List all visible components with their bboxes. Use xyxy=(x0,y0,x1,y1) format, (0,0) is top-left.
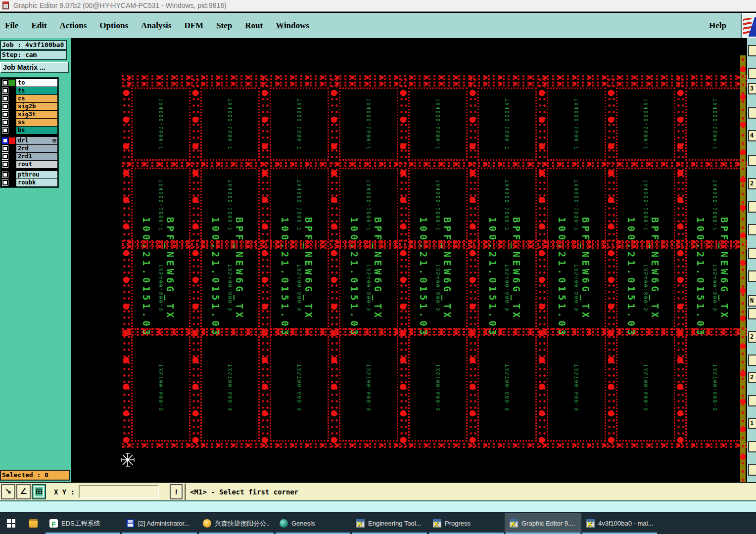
pcb-cell[interactable]: TX5400-800-9 xyxy=(547,246,606,330)
menu-analysis[interactable]: Analysis xyxy=(141,21,171,31)
pcb-cell[interactable]: TX5700-600-9 xyxy=(685,334,745,442)
layer-name-to[interactable]: to xyxy=(16,79,57,87)
pcb-cell[interactable]: TX4900-1000-7 xyxy=(408,168,468,243)
layer-checkbox-roubk[interactable] xyxy=(2,180,8,185)
right-toolbar-partial-button[interactable]: 2 xyxy=(748,372,756,383)
pcb-cell[interactable]: TX4900-1000-7 xyxy=(616,168,675,243)
pcb-cell[interactable]: TX4900-1000-7 xyxy=(200,168,260,243)
layer-name-bs[interactable]: bs xyxy=(16,127,57,134)
pcb-cell[interactable]: TX4000-1600-7 xyxy=(131,88,190,161)
pcb-cell[interactable]: TX4000-1600-7 xyxy=(270,88,329,161)
taskbar-item-xingsen[interactable]: 兴森快捷衡阳分公... xyxy=(198,513,275,534)
pcb-cell[interactable]: TX4000-1600-7 xyxy=(616,88,675,161)
pcb-cell[interactable]: TX5400-800-9 xyxy=(477,246,537,330)
right-toolbar-partial-button[interactable]: 2 xyxy=(748,331,756,343)
right-toolbar-partial-box[interactable] xyxy=(748,464,756,476)
pcb-cell[interactable]: TX4000-1600-7 xyxy=(408,88,468,161)
right-toolbar-partial-box[interactable] xyxy=(748,224,756,235)
measure-button[interactable]: ∠ xyxy=(16,484,31,499)
layer-checkbox-2rd1[interactable] xyxy=(2,154,8,159)
job-matrix-button[interactable]: Job Matrix ... xyxy=(0,62,69,73)
pcb-cell[interactable]: TX4900-1000-7 xyxy=(131,168,190,243)
pcb-cell[interactable]: TX5700-600-9 xyxy=(200,334,260,442)
layer-name-sig3t[interactable]: sig3t xyxy=(16,111,57,118)
layer-checkbox-to[interactable] xyxy=(2,80,8,86)
right-toolbar-partial-box[interactable] xyxy=(748,395,756,406)
pcb-cell[interactable]: TX5400-800-9 xyxy=(270,246,329,330)
pcb-cell[interactable]: TX5700-600-9 xyxy=(339,334,398,442)
pcb-cell[interactable]: TX5700-600-9 xyxy=(270,334,329,442)
layer-name-rout[interactable]: rout xyxy=(16,161,57,168)
pcb-cell[interactable]: TX4000-1600-7 xyxy=(200,88,260,161)
right-toolbar-partial-button[interactable]: 4 xyxy=(748,130,756,141)
right-toolbar-partial-box[interactable] xyxy=(748,355,756,366)
layer-checkbox-drl[interactable] xyxy=(2,138,8,143)
pcb-cell[interactable]: TX4900-1000-7 xyxy=(339,168,398,243)
pcb-cell[interactable]: TX4000-1600-7 xyxy=(685,88,745,161)
taskbar-item-genesis[interactable]: Genesis xyxy=(275,513,351,534)
pcb-cell[interactable]: TX4900-1000-7 xyxy=(685,168,745,243)
right-toolbar-partial-button[interactable]: N xyxy=(748,295,756,307)
right-toolbar-partial-box[interactable] xyxy=(748,68,756,79)
menu-edit[interactable]: Edit xyxy=(31,21,47,31)
layer-checkbox-ts[interactable] xyxy=(2,88,8,93)
pcb-cell[interactable]: TX4900-1000-7 xyxy=(477,168,537,243)
pcb-cell[interactable]: TX4000-1600-7 xyxy=(547,88,606,161)
layer-checkbox-bs[interactable] xyxy=(2,128,8,133)
right-toolbar-partial-button[interactable]: 3 xyxy=(748,83,756,94)
layer-name-drl[interactable]: drl⊞ xyxy=(16,137,57,144)
pcb-cell[interactable]: TX4900-1000-7 xyxy=(547,168,606,243)
tile-windows-button[interactable]: ⊞ xyxy=(32,484,46,499)
right-toolbar-partial-box[interactable] xyxy=(748,45,756,56)
taskbar-item-4v3f100ba0[interactable]: 4v3f100ba0 - mai... xyxy=(581,513,658,534)
pcb-cell[interactable]: TX5700-600-9 xyxy=(131,334,190,442)
menu-step[interactable]: Step xyxy=(216,21,232,31)
taskbar-item-graphic-editor[interactable]: Graphic Editor 9.... xyxy=(505,513,581,534)
menu-actions[interactable]: Actions xyxy=(60,21,87,31)
pcb-cell[interactable]: TX5700-600-9 xyxy=(477,334,537,442)
menu-file[interactable]: File xyxy=(5,21,18,31)
layer-checkbox-rout[interactable] xyxy=(2,162,8,167)
menu-dfm[interactable]: DFM xyxy=(184,21,203,31)
pan-zoom-button[interactable]: ↘ xyxy=(1,484,15,499)
pcb-cell[interactable]: TX5400-800-9 xyxy=(339,246,398,330)
layer-name-2rd[interactable]: 2rd xyxy=(16,145,57,152)
menu-rout[interactable]: Rout xyxy=(245,21,263,31)
menu-options[interactable]: Options xyxy=(99,21,128,31)
right-toolbar-partial-box[interactable] xyxy=(748,201,756,213)
menu-help[interactable]: Help xyxy=(709,21,726,31)
alert-button[interactable]: ! xyxy=(170,484,183,499)
pcb-cell[interactable]: TX5400-800-9 xyxy=(616,246,675,330)
start-button[interactable] xyxy=(0,513,22,534)
pcb-cell[interactable]: TX5400-800-9 xyxy=(200,246,260,330)
pcb-canvas[interactable]: TX4000-1600-7TX4900-1000-7TX5400-800-9TX… xyxy=(71,38,747,482)
right-toolbar-partial-button[interactable]: 2 xyxy=(748,178,756,189)
menu-windows[interactable]: Windows xyxy=(276,21,309,31)
layer-checkbox-cs[interactable] xyxy=(2,96,8,101)
layer-checkbox-pthrou[interactable] xyxy=(2,172,8,178)
right-toolbar-partial-box[interactable] xyxy=(748,155,756,166)
right-toolbar-partial-box[interactable] xyxy=(748,308,756,319)
taskbar-item-explorer[interactable] xyxy=(22,513,45,534)
layer-name-ts[interactable]: ts xyxy=(16,87,57,94)
right-toolbar-partial-box[interactable] xyxy=(748,270,756,282)
taskbar-item-administrator[interactable]: [2] Administrator... xyxy=(121,513,198,534)
pcb-cell[interactable]: TX5700-600-9 xyxy=(547,334,606,442)
pcb-cell[interactable]: TX4000-1600-7 xyxy=(339,88,398,161)
right-toolbar-partial-box[interactable] xyxy=(748,107,756,119)
layer-checkbox-ss[interactable] xyxy=(2,120,8,125)
right-toolbar-partial-box[interactable] xyxy=(748,441,756,452)
pcb-cell[interactable]: TX4900-1000-7 xyxy=(270,168,329,243)
taskbar-item-engineering-tool[interactable]: Engineering Tool... xyxy=(351,513,428,534)
layer-checkbox-2rd[interactable] xyxy=(2,146,8,151)
layer-checkbox-sig3t[interactable] xyxy=(2,112,8,117)
xy-input[interactable] xyxy=(79,485,159,498)
pcb-cell[interactable]: TX5400-800-9 xyxy=(408,246,468,330)
layer-name-2rd1[interactable]: 2rd1 xyxy=(16,153,57,160)
layer-checkbox-sig2b[interactable] xyxy=(2,104,8,109)
taskbar-item-eds[interactable]: EDS工程系统 xyxy=(45,513,121,534)
pcb-cell[interactable]: TX5700-600-9 xyxy=(616,334,675,442)
right-toolbar-partial-button[interactable]: 1 xyxy=(748,418,756,429)
right-toolbar-partial-box[interactable] xyxy=(748,248,756,259)
pcb-cell[interactable]: TX5400-800-9 xyxy=(131,246,190,330)
